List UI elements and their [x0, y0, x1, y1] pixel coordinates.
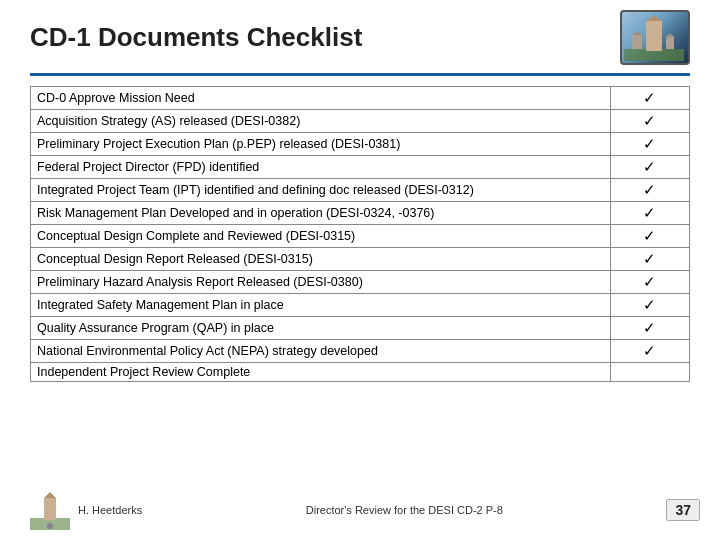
page: CD-1 Documents Checklist — [0, 0, 720, 540]
table-row: Conceptual Design Complete and Reviewed … — [31, 225, 690, 248]
row-label: Quality Assurance Program (QAP) in place — [31, 317, 611, 340]
check-mark: ✓ — [643, 181, 656, 198]
check-mark: ✓ — [643, 112, 656, 129]
footer-left: H. Heetderks — [30, 490, 142, 530]
table-row: Acquisition Strategy (AS) released (DESI… — [31, 110, 690, 133]
row-check: ✓ — [610, 271, 689, 294]
row-check: ✓ — [610, 179, 689, 202]
row-check: ✓ — [610, 225, 689, 248]
table-row: Federal Project Director (FPD) identifie… — [31, 156, 690, 179]
check-mark: ✓ — [643, 89, 656, 106]
table-row: Preliminary Hazard Analysis Report Relea… — [31, 271, 690, 294]
row-label: Integrated Project Team (IPT) identified… — [31, 179, 611, 202]
row-label: Preliminary Project Execution Plan (p.PE… — [31, 133, 611, 156]
check-mark: ✓ — [643, 135, 656, 152]
row-check — [610, 363, 689, 382]
footer-author: H. Heetderks — [78, 504, 142, 516]
check-mark: ✓ — [643, 273, 656, 290]
table-row: Conceptual Design Report Released (DESI-… — [31, 248, 690, 271]
svg-rect-2 — [646, 21, 662, 51]
table-row: Risk Management Plan Developed and in op… — [31, 202, 690, 225]
header: CD-1 Documents Checklist — [30, 10, 690, 69]
check-mark: ✓ — [643, 204, 656, 221]
page-title: CD-1 Documents Checklist — [30, 22, 362, 53]
check-mark: ✓ — [643, 319, 656, 336]
row-label: Independent Project Review Complete — [31, 363, 611, 382]
header-decoration — [620, 10, 690, 65]
row-check: ✓ — [610, 87, 689, 110]
row-check: ✓ — [610, 202, 689, 225]
row-label: Federal Project Director (FPD) identifie… — [31, 156, 611, 179]
row-check: ✓ — [610, 133, 689, 156]
row-check: ✓ — [610, 317, 689, 340]
row-label: Preliminary Hazard Analysis Report Relea… — [31, 271, 611, 294]
table-row: Integrated Safety Management Plan in pla… — [31, 294, 690, 317]
svg-point-11 — [47, 523, 53, 529]
row-check: ✓ — [610, 248, 689, 271]
svg-marker-10 — [44, 492, 56, 498]
check-mark: ✓ — [643, 342, 656, 359]
footer-description: Director's Review for the DESI CD-2 P-8 — [306, 504, 503, 516]
row-label: Conceptual Design Complete and Reviewed … — [31, 225, 611, 248]
header-divider — [30, 73, 690, 76]
check-mark: ✓ — [643, 296, 656, 313]
row-label: Conceptual Design Report Released (DESI-… — [31, 248, 611, 271]
row-label: CD-0 Approve Mission Need — [31, 87, 611, 110]
check-mark: ✓ — [643, 250, 656, 267]
svg-marker-5 — [632, 31, 642, 35]
check-mark: ✓ — [643, 227, 656, 244]
row-label: Integrated Safety Management Plan in pla… — [31, 294, 611, 317]
table-row: National Environmental Policy Act (NEPA)… — [31, 340, 690, 363]
row-label: National Environmental Policy Act (NEPA)… — [31, 340, 611, 363]
table-row: CD-0 Approve Mission Need✓ — [31, 87, 690, 110]
row-label: Acquisition Strategy (AS) released (DESI… — [31, 110, 611, 133]
table-row: Independent Project Review Complete — [31, 363, 690, 382]
checklist-table: CD-0 Approve Mission Need✓Acquisition St… — [30, 86, 690, 382]
footer: H. Heetderks Director's Review for the D… — [0, 490, 720, 530]
svg-marker-3 — [646, 15, 662, 21]
row-check: ✓ — [610, 340, 689, 363]
footer-page-number: 37 — [666, 499, 700, 521]
row-label: Risk Management Plan Developed and in op… — [31, 202, 611, 225]
footer-icon — [30, 490, 70, 530]
table-row: Quality Assurance Program (QAP) in place… — [31, 317, 690, 340]
svg-marker-7 — [666, 33, 674, 37]
svg-rect-6 — [666, 37, 674, 49]
row-check: ✓ — [610, 156, 689, 179]
svg-rect-9 — [44, 498, 56, 520]
check-mark: ✓ — [643, 158, 656, 175]
table-row: Preliminary Project Execution Plan (p.PE… — [31, 133, 690, 156]
decoration-svg — [624, 13, 684, 61]
svg-rect-4 — [632, 35, 642, 49]
row-check: ✓ — [610, 294, 689, 317]
table-row: Integrated Project Team (IPT) identified… — [31, 179, 690, 202]
row-check: ✓ — [610, 110, 689, 133]
